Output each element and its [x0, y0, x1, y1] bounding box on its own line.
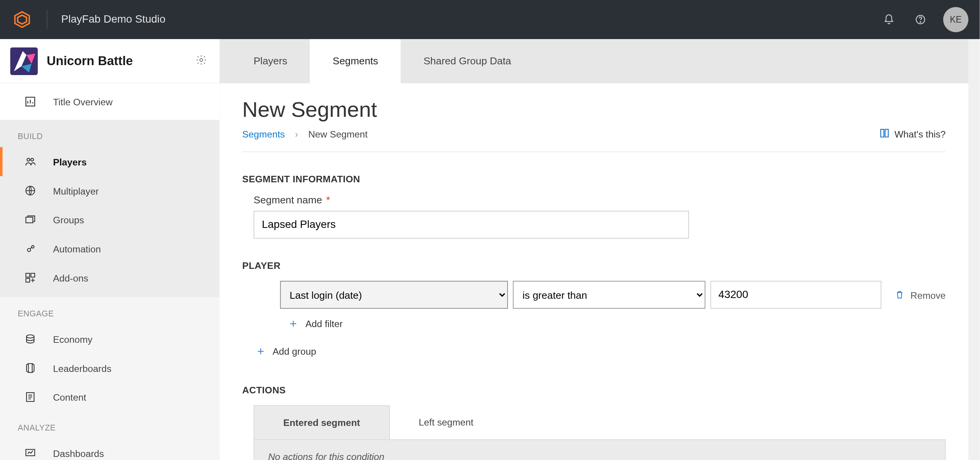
sidebar-item-automation[interactable]: Automation: [0, 234, 220, 263]
divider: [47, 10, 47, 29]
player-heading: PLAYER: [242, 260, 946, 271]
sidebar-section-engage: ENGAGE: [0, 297, 220, 324]
filter-operator-select[interactable]: is greater than: [513, 281, 705, 309]
svg-point-5: [200, 59, 203, 61]
dashboards-icon: [23, 448, 38, 458]
sidebar-item-label: Add-ons: [53, 272, 88, 283]
sidebar-item-label: Leaderboards: [53, 363, 111, 373]
sidebar-item-content[interactable]: Content: [0, 383, 220, 412]
help-icon[interactable]: [908, 7, 933, 32]
filter-field-select[interactable]: Last login (date): [280, 281, 508, 309]
sidebar-item-label: Title Overview: [53, 96, 113, 107]
trash-icon: [895, 290, 904, 299]
content-icon: [23, 392, 38, 402]
overview-icon: [23, 97, 38, 106]
add-group-button[interactable]: ＋ Add group: [255, 345, 946, 357]
actions-empty-state: No actions for this condition: [253, 439, 946, 460]
title-selector[interactable]: Unicorn Battle: [0, 39, 220, 83]
add-filter-button[interactable]: ＋ Add filter: [287, 318, 946, 329]
filter-value-input[interactable]: [710, 281, 881, 309]
breadcrumb: Segments › New Segment: [242, 129, 368, 139]
players-icon: [23, 157, 38, 167]
notifications-icon[interactable]: [876, 7, 902, 32]
tab-shared-group-data[interactable]: Shared Group Data: [401, 39, 534, 83]
svg-rect-15: [26, 278, 30, 282]
svg-rect-14: [31, 273, 35, 277]
page-title: New Segment: [242, 97, 946, 122]
multiplayer-icon: [23, 186, 38, 196]
sidebar-item-multiplayer[interactable]: Multiplayer: [0, 176, 220, 205]
gear-icon[interactable]: [196, 54, 207, 68]
sidebar-item-leaderboards[interactable]: Leaderboards: [0, 354, 220, 383]
leaderboards-icon: [23, 363, 38, 373]
remove-label: Remove: [910, 290, 946, 300]
segment-name-label: Segment name *: [253, 195, 946, 206]
sidebar-item-label: Players: [53, 156, 87, 167]
plus-icon: ＋: [287, 318, 299, 329]
sidebar-item-label: Content: [53, 392, 86, 403]
automation-icon: [23, 244, 38, 254]
studio-name[interactable]: PlayFab Demo Studio: [61, 13, 166, 26]
add-group-label: Add group: [273, 345, 316, 356]
sidebar-item-dashboards[interactable]: Dashboards: [0, 439, 220, 460]
sidebar-item-label: Automation: [53, 243, 101, 254]
sidebar-item-label: Multiplayer: [53, 185, 99, 196]
groups-icon: [23, 214, 38, 224]
tab-bar: Players Segments Shared Group Data: [220, 39, 969, 83]
sidebar-item-economy[interactable]: Economy: [0, 324, 220, 354]
sidebar-item-players[interactable]: Players: [0, 147, 220, 176]
svg-point-16: [26, 335, 34, 338]
sidebar-section-build: BUILD: [0, 120, 220, 147]
add-filter-label: Add filter: [305, 318, 343, 329]
user-avatar[interactable]: KE: [943, 7, 969, 32]
svg-point-8: [31, 158, 33, 161]
tab-left-segment[interactable]: Left segment: [390, 405, 503, 439]
content-area: New Segment Segments › New Segment What'…: [220, 83, 969, 460]
svg-point-12: [31, 246, 34, 248]
book-icon: [879, 128, 889, 140]
svg-point-7: [27, 158, 30, 161]
sidebar-item-label: Groups: [53, 214, 84, 225]
sidebar-item-label: Economy: [53, 334, 92, 344]
actions-heading: ACTIONS: [242, 385, 946, 395]
svg-marker-1: [18, 15, 26, 24]
sidebar-item-groups[interactable]: Groups: [0, 205, 220, 234]
tab-entered-segment[interactable]: Entered segment: [253, 405, 389, 439]
svg-rect-13: [26, 273, 30, 277]
tab-players[interactable]: Players: [231, 39, 310, 83]
sidebar: Unicorn Battle Title Overview BUILD Play…: [0, 39, 220, 460]
addons-icon: [23, 273, 38, 283]
action-tabs: Entered segment Left segment: [253, 405, 946, 439]
whats-this-link[interactable]: What's this?: [879, 128, 946, 140]
chevron-right-icon: ›: [295, 129, 298, 139]
main-panel: Players Segments Shared Group Data New S…: [220, 39, 969, 460]
economy-icon: [23, 334, 38, 344]
title-icon: [10, 47, 38, 75]
whats-this-label: What's this?: [894, 129, 946, 139]
vertical-scrollbar[interactable]: [969, 39, 980, 460]
breadcrumb-segments-link[interactable]: Segments: [242, 129, 285, 139]
segment-info-heading: SEGMENT INFORMATION: [242, 174, 946, 184]
tab-segments[interactable]: Segments: [310, 39, 401, 83]
svg-point-3: [920, 21, 921, 22]
svg-rect-10: [26, 217, 33, 223]
title-name: Unicorn Battle: [47, 54, 196, 68]
filter-row: Last login (date) is greater than Remove: [280, 281, 946, 309]
breadcrumb-current: New Segment: [308, 129, 368, 139]
remove-filter-button[interactable]: Remove: [895, 290, 946, 300]
sidebar-item-title-overview[interactable]: Title Overview: [0, 87, 220, 116]
svg-point-11: [28, 248, 31, 251]
segment-name-input[interactable]: [253, 211, 689, 239]
top-bar: PlayFab Demo Studio KE: [0, 0, 980, 39]
sidebar-section-analyze: ANALYZE: [0, 411, 220, 439]
playfab-logo-icon[interactable]: [11, 9, 33, 30]
sidebar-item-addons[interactable]: Add-ons: [0, 263, 220, 292]
plus-icon: ＋: [255, 345, 266, 357]
sidebar-item-label: Dashboards: [53, 448, 104, 458]
